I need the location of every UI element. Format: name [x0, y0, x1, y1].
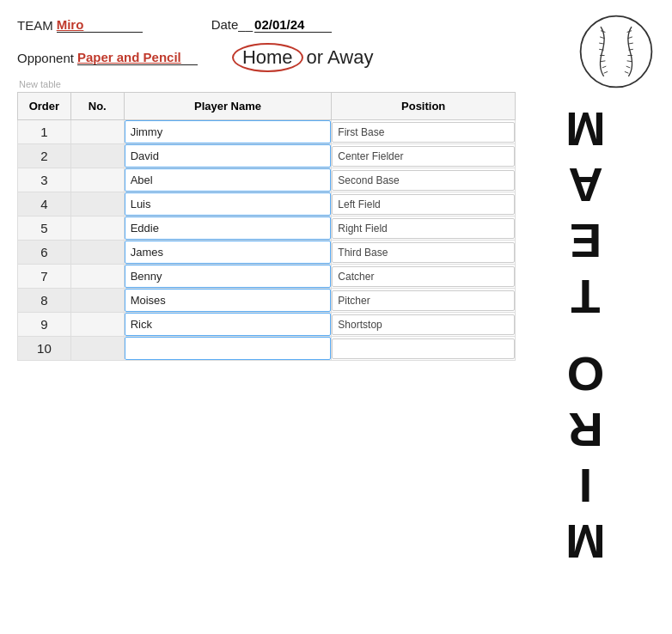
player-cell [124, 337, 332, 361]
position-input[interactable] [332, 122, 515, 143]
position-cell [332, 265, 516, 289]
order-cell: 2 [18, 144, 71, 168]
table-row: 9 [18, 313, 516, 337]
player-name-input[interactable] [125, 168, 332, 192]
order-cell: 7 [18, 265, 71, 289]
date-label: Date [211, 17, 239, 32]
position-input[interactable] [332, 218, 515, 239]
col-order: Order [18, 93, 71, 120]
position-cell [332, 313, 516, 337]
baseball-icon [577, 13, 655, 90]
table-row: 2 [18, 144, 516, 168]
team-value: Miro [57, 17, 143, 33]
number-cell [70, 192, 124, 216]
position-input[interactable] [332, 242, 515, 263]
order-cell: 9 [18, 313, 71, 337]
player-cell [124, 289, 332, 313]
order-cell: 1 [18, 120, 71, 144]
header-row2: Opponent Paper and Pencil Home or Away [17, 43, 655, 72]
position-cell [332, 144, 516, 168]
player-cell [124, 120, 332, 144]
team-miro-text: TEAM [562, 101, 610, 332]
order-cell: 4 [18, 192, 71, 216]
col-player-name: Player Name [124, 93, 332, 120]
player-cell [124, 265, 332, 289]
date-separator: __ [238, 17, 253, 32]
number-cell [70, 168, 124, 192]
number-cell [70, 216, 124, 241]
player-name-input[interactable] [125, 313, 332, 336]
order-cell: 5 [18, 216, 71, 241]
player-cell [124, 216, 332, 241]
player-name-input[interactable] [125, 192, 332, 216]
date-value: 02/01/24 [254, 17, 332, 33]
position-cell [332, 120, 516, 144]
number-cell [70, 120, 124, 144]
position-cell [332, 216, 516, 241]
position-cell [332, 289, 516, 313]
number-cell [70, 313, 124, 337]
table-row: 8 [18, 289, 516, 313]
player-cell [124, 313, 332, 337]
header-row1: TEAM Miro Date__02/01/24 [17, 17, 655, 33]
position-input[interactable] [332, 314, 515, 335]
table-row: 6 [18, 241, 516, 265]
home-away-section: Home or Away [232, 43, 374, 72]
position-cell [332, 241, 516, 265]
table-row: 4 [18, 192, 516, 216]
page: TEAM Miro Date__02/01/24 Opponent Paper … [0, 0, 672, 634]
right-section: TEAM MIRO [517, 92, 655, 569]
team-label: TEAM [17, 18, 53, 33]
lineup-table: Order No. Player Name Position 123456789… [17, 92, 516, 361]
order-cell: 8 [18, 289, 71, 313]
number-cell [70, 241, 124, 265]
player-cell [124, 192, 332, 216]
table-row: 10 [18, 337, 516, 361]
player-name-input[interactable] [125, 120, 332, 143]
position-cell [332, 168, 516, 192]
player-cell [124, 241, 332, 265]
position-input[interactable] [332, 194, 515, 215]
number-cell [70, 289, 124, 313]
col-position: Position [332, 93, 516, 120]
player-name-input[interactable] [125, 216, 332, 240]
table-row: 3 [18, 168, 516, 192]
new-table-label: New table [19, 79, 655, 89]
left-section: Order No. Player Name Position 123456789… [17, 92, 517, 569]
player-name-input[interactable] [125, 241, 332, 264]
team-miro-line2-text: MIRO [562, 345, 610, 569]
home-circle: Home [232, 43, 303, 72]
date-section: Date__02/01/24 [211, 17, 332, 33]
player-name-input[interactable] [125, 337, 332, 360]
player-name-input[interactable] [125, 265, 332, 288]
opponent-value: Paper and Pencil [77, 50, 198, 65]
player-cell [124, 168, 332, 192]
table-row: 1 [18, 120, 516, 144]
opponent-label: Opponent [17, 51, 74, 65]
order-cell: 10 [18, 337, 71, 361]
table-row: 5 [18, 216, 516, 241]
position-input[interactable] [332, 170, 515, 191]
or-away-label: or Away [307, 46, 374, 69]
number-cell [70, 144, 124, 168]
position-input[interactable] [332, 338, 515, 359]
order-cell: 3 [18, 168, 71, 192]
table-row: 7 [18, 265, 516, 289]
position-input[interactable] [332, 146, 515, 167]
svg-point-0 [581, 16, 652, 88]
player-name-input[interactable] [125, 289, 332, 312]
position-input[interactable] [332, 290, 515, 311]
order-cell: 6 [18, 241, 71, 265]
player-cell [124, 144, 332, 168]
player-name-input[interactable] [125, 144, 332, 168]
position-cell [332, 192, 516, 216]
number-cell [70, 265, 124, 289]
number-cell [70, 337, 124, 361]
position-cell [332, 337, 516, 361]
position-input[interactable] [332, 266, 515, 287]
main-content: Order No. Player Name Position 123456789… [17, 92, 655, 569]
col-number: No. [70, 93, 124, 120]
